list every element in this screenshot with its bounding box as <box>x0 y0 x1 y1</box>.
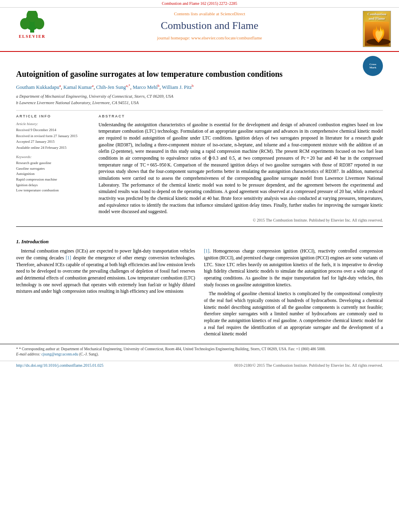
intro-p1: Internal combustion engines (ICEs) are e… <box>16 248 195 295</box>
accepted-date: Accepted 27 January 2015 <box>16 139 90 144</box>
doi-text: Combustion and Flame 162 (2015) 2272–228… <box>162 1 237 6</box>
footer-issn: 0010-2180/© 2015 The Combustion Institut… <box>234 363 383 368</box>
journal-header: Combustion and Flame 162 (2015) 2272–228… <box>0 0 399 52</box>
footnote-email-text: E-mail address: cjsung@engr.uconn.edu (C… <box>16 352 383 357</box>
intro-col-right: [1]. Homogeneous charge compression igni… <box>204 248 383 340</box>
keyword-3: Autoignition <box>16 171 90 177</box>
journal-top-bar: ELSEVIER Contents lists available at Sci… <box>0 8 399 49</box>
introduction-two-col: Internal combustion engines (ICEs) are e… <box>16 248 383 340</box>
article-info-heading: ARTICLE INFO <box>16 114 90 119</box>
keyword-5: Ignition delays <box>16 183 90 188</box>
keyword-4: Rapid compression machine <box>16 177 90 182</box>
section-divider-1 <box>16 226 383 227</box>
author-2: Kamal Kumar <box>64 84 92 90</box>
divider-1 <box>16 110 383 111</box>
received-date: Received 9 December 2014 <box>16 127 90 133</box>
crossmark-text: CrossMark <box>369 63 376 70</box>
abstract-text: Understanding the autoignition character… <box>99 121 383 215</box>
intro-col-left: Internal combustion engines (ICEs) are e… <box>16 248 195 340</box>
elsevier-brand: ELSEVIER <box>19 34 46 39</box>
author-4: Marco Mehl <box>133 84 158 90</box>
footer-doi[interactable]: http://dx.doi.org/10.1016/j.combustflame… <box>16 363 103 368</box>
affiliations: a Department of Mechanical Engineering, … <box>16 94 383 106</box>
ref-1[interactable]: [1] <box>66 255 71 260</box>
footer-bar: http://dx.doi.org/10.1016/j.combustflame… <box>0 361 399 370</box>
info-abstract-section: ARTICLE INFO Article history: Received 9… <box>16 114 383 223</box>
article-title: Autoignition of gasoline surrogates at l… <box>16 69 346 79</box>
intro-p3: The modeling of gasoline chemical kineti… <box>204 290 383 337</box>
crossmark-badge[interactable]: CrossMark <box>363 56 383 76</box>
abstract-col: ABSTRACT Understanding the autoignition … <box>99 114 383 223</box>
intro-p2: [1]. Homogeneous charge compression igni… <box>204 248 383 288</box>
section1-title: 1. Introduction <box>16 238 383 245</box>
journal-homepage: journal homepage: www.elsevier.com/locat… <box>60 35 359 41</box>
cover-artwork <box>365 22 389 46</box>
author-3: Chih-Jen Sung <box>96 84 126 90</box>
article-history-label: Article history: <box>16 121 90 127</box>
keyword-1: Research grade gasoline <box>16 160 90 166</box>
authors-line: Goutham Kukkadapua, Kamal Kumara, Chih-J… <box>16 83 383 91</box>
sciencedirect-name[interactable]: ScienceDirect <box>220 11 245 16</box>
doi-line: Combustion and Flame 162 (2015) 2272–228… <box>0 0 399 8</box>
article-info-col: ARTICLE INFO Article history: Received 9… <box>16 114 90 223</box>
affiliation-a: a Department of Mechanical Engineering, … <box>16 94 383 100</box>
journal-cover-image: Combustion and Flame <box>363 11 391 47</box>
footnote-star-text: * * Corresponding author at: Department … <box>16 347 383 352</box>
email-link[interactable]: cjsung@engr.uconn.edu <box>41 352 78 356</box>
journal-center: Contents lists available at ScienceDirec… <box>56 11 363 41</box>
cover-title: Combustion and Flame <box>367 12 386 21</box>
abstract-heading: ABSTRACT <box>99 114 383 119</box>
footnote-area: * * Corresponding author at: Department … <box>0 344 399 357</box>
sciencedirect-link: Contents lists available at ScienceDirec… <box>60 11 359 17</box>
revised-date: Received in revised form 27 January 2015 <box>16 134 90 139</box>
author-5: William J. Pitz <box>162 84 192 90</box>
keyword-2: Gasoline surrogates <box>16 166 90 171</box>
affiliation-b: b Lawrence Livermore National Laboratory… <box>16 100 383 106</box>
journal-title: Combustion and Flame <box>60 18 359 33</box>
article-content: CrossMark Autoignition of gasoline surro… <box>0 52 399 234</box>
body-content: 1. Introduction Internal combustion engi… <box>0 238 399 340</box>
keywords-label: Keywords: <box>16 154 90 160</box>
copyright-text: © 2015 The Combustion Institute. Publish… <box>99 218 383 223</box>
keyword-6: Low temperature combustion <box>16 188 90 193</box>
flame-illustration <box>365 22 391 45</box>
elsevier-tree-icon <box>16 11 48 33</box>
page: Combustion and Flame 162 (2015) 2272–228… <box>0 0 399 532</box>
author-1: Goutham Kukkadapu <box>16 84 59 90</box>
online-date: Available online 24 February 2015 <box>16 145 90 150</box>
ref-1b[interactable]: [1] <box>204 249 209 253</box>
elsevier-logo: ELSEVIER <box>8 11 56 39</box>
keywords-list: Research grade gasoline Gasoline surroga… <box>16 160 90 193</box>
